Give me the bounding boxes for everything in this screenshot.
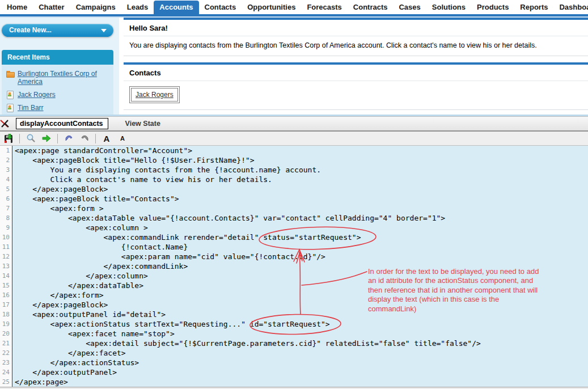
nav-tab[interactable]: Opportunities bbox=[242, 1, 301, 14]
nav-tab[interactable]: Forecasts bbox=[301, 1, 347, 14]
search-icon[interactable] bbox=[24, 133, 37, 144]
toolbar-separator bbox=[95, 134, 96, 143]
code-text: </apex:outputPanel> bbox=[12, 367, 588, 377]
line-number: 14 bbox=[0, 271, 12, 281]
code-line: 7 <apex:form > bbox=[0, 204, 588, 213]
main-content: Hello Sara! You are displaying contacts … bbox=[124, 18, 588, 116]
contact-link[interactable]: Jack Rogers bbox=[136, 91, 174, 99]
code-text: <apex:page standardController="Account"> bbox=[12, 146, 588, 155]
code-text: </apex:form> bbox=[12, 290, 588, 300]
recent-items-title: Recent Items bbox=[2, 50, 113, 65]
code-line: 8 <apex:dataTable value="{!account.Conta… bbox=[0, 213, 588, 223]
nav-tab[interactable]: Contacts bbox=[199, 1, 242, 14]
nav-tab[interactable]: Products bbox=[471, 1, 514, 14]
contacts-block-title: Contacts bbox=[124, 65, 588, 81]
record-type-icon bbox=[6, 91, 14, 99]
nav-tab[interactable]: Reports bbox=[514, 1, 553, 14]
nav-tab[interactable]: Leads bbox=[121, 1, 154, 14]
code-line: 4 Click a contact's name to view his or … bbox=[0, 175, 588, 184]
code-text: <apex:pageBlock title="Hello {!$User.Fir… bbox=[12, 155, 588, 165]
sidebar: Create New... Recent Items Burlington Te… bbox=[0, 18, 119, 116]
recent-items-list: Burlington Textiles Corp of America Jack… bbox=[2, 65, 113, 116]
code-line: 25 </apex:page> bbox=[0, 377, 588, 387]
code-line: 18 <apex:outputPanel id="detail"> bbox=[0, 310, 588, 319]
dev-mode-logo-icon bbox=[0, 119, 12, 129]
greeting-block-body: You are displaying contacts from the Bur… bbox=[124, 36, 588, 56]
line-number: 19 bbox=[0, 319, 12, 329]
nav-tab[interactable]: Accounts bbox=[154, 1, 198, 14]
code-line: 13 </apex:commandLink> bbox=[0, 261, 588, 271]
code-line: 12 <apex:param name="cid" value="{!conta… bbox=[0, 252, 588, 261]
recent-item-link[interactable]: Tim Barr bbox=[18, 104, 44, 112]
line-number: 5 bbox=[0, 184, 12, 194]
recent-item[interactable]: Burlington Textiles Corp of America bbox=[6, 70, 110, 86]
greeting-block: Hello Sara! You are displaying contacts … bbox=[124, 18, 588, 56]
go-to-line-icon[interactable] bbox=[40, 133, 53, 144]
code-text: <apex:detail subject="{!$CurrentPage.par… bbox=[12, 339, 588, 348]
recent-item-link[interactable]: Jack Rogers bbox=[18, 91, 56, 99]
editor-tab-page[interactable]: displayAccountContacts bbox=[16, 118, 108, 129]
nav-tab[interactable]: Cases bbox=[393, 1, 426, 14]
line-number: 23 bbox=[0, 358, 12, 367]
line-number: 11 bbox=[0, 242, 12, 252]
line-number: 1 bbox=[0, 146, 12, 155]
code-text: <apex:form > bbox=[12, 204, 588, 213]
code-text: <apex:commandLink rerender="detail" stat… bbox=[12, 232, 588, 242]
code-line: 6 <apex:pageBlock title="Contacts"> bbox=[0, 194, 588, 204]
code-editor-area[interactable]: 1 <apex:page standardController="Account… bbox=[0, 146, 588, 387]
code-text: </apex:commandLink> bbox=[12, 261, 588, 271]
nav-tab-list: Home Chatter Campaigns Leads Accounts Co… bbox=[0, 0, 588, 14]
code-line: 24 </apex:outputPanel> bbox=[0, 367, 588, 377]
line-number: 3 bbox=[0, 165, 12, 175]
recent-item-link[interactable]: Burlington Textiles Corp of America bbox=[18, 70, 110, 86]
line-number: 12 bbox=[0, 252, 12, 261]
editor-toolbar: A A bbox=[0, 132, 588, 146]
line-number: 10 bbox=[0, 232, 12, 242]
code-text: You are displaying contacts from the {!a… bbox=[12, 165, 588, 175]
nav-tab[interactable]: Solutions bbox=[426, 1, 471, 14]
nav-tab[interactable]: Home bbox=[1, 1, 33, 14]
contact-cell: Jack Rogers bbox=[131, 88, 178, 102]
recent-item[interactable]: Tim Barr bbox=[6, 104, 110, 112]
nav-tab[interactable]: Campaigns bbox=[70, 1, 121, 14]
code-line: 23 </apex:actionStatus> bbox=[0, 358, 588, 367]
code-text: </apex:pageBlock> bbox=[12, 184, 588, 194]
redo-icon[interactable] bbox=[78, 133, 91, 144]
code-text: <apex:facet name="stop"> bbox=[12, 329, 588, 339]
create-new-label: Create New... bbox=[9, 26, 52, 34]
code-text: </apex:page> bbox=[12, 377, 588, 387]
code-text: Click a contact's name to view his or he… bbox=[12, 175, 588, 184]
code-text: </apex:column> bbox=[12, 271, 588, 281]
recent-item[interactable]: Jack Rogers bbox=[6, 91, 110, 99]
font-decrease-icon[interactable]: A bbox=[116, 133, 129, 144]
save-icon[interactable] bbox=[2, 133, 15, 144]
editor-tab-view-state[interactable]: View State bbox=[125, 120, 160, 128]
line-number: 22 bbox=[0, 348, 12, 358]
undo-icon[interactable] bbox=[62, 133, 75, 144]
editor-header: displayAccountContacts View State bbox=[0, 116, 588, 132]
code-line: 10 <apex:commandLink rerender="detail" s… bbox=[0, 232, 588, 242]
nav-tab[interactable]: Contracts bbox=[348, 1, 394, 14]
chevron-down-icon bbox=[101, 29, 107, 32]
line-number: 2 bbox=[0, 155, 12, 165]
contacts-table: Jack Rogers bbox=[129, 86, 180, 103]
line-number: 13 bbox=[0, 261, 12, 271]
code-line: 14 </apex:column> bbox=[0, 271, 588, 281]
code-text: </apex:pageBlock> bbox=[12, 300, 588, 310]
font-increase-icon[interactable]: A bbox=[100, 133, 113, 144]
code-line: 17 </apex:pageBlock> bbox=[0, 300, 588, 310]
nav-tab[interactable]: Dashboards bbox=[553, 1, 588, 14]
create-new-button[interactable]: Create New... bbox=[2, 24, 113, 37]
code-text: <apex:pageBlock title="Contacts"> bbox=[12, 194, 588, 204]
code-line: 5 </apex:pageBlock> bbox=[0, 184, 588, 194]
code-line: 1 <apex:page standardController="Account… bbox=[0, 146, 588, 155]
toolbar-separator bbox=[19, 134, 20, 143]
nav-tab[interactable]: Chatter bbox=[33, 1, 70, 14]
code-text: <apex:param name="cid" value="{!contact.… bbox=[12, 252, 588, 261]
code-text: <apex:column > bbox=[12, 223, 588, 232]
horizontal-scrollbar[interactable] bbox=[0, 387, 588, 389]
code-text: <apex:actionStatus startText="Requesting… bbox=[12, 319, 588, 329]
code-line: 9 <apex:column > bbox=[0, 223, 588, 232]
contacts-block-body: Jack Rogers bbox=[124, 81, 588, 109]
code-line: 16 </apex:form> bbox=[0, 290, 588, 300]
